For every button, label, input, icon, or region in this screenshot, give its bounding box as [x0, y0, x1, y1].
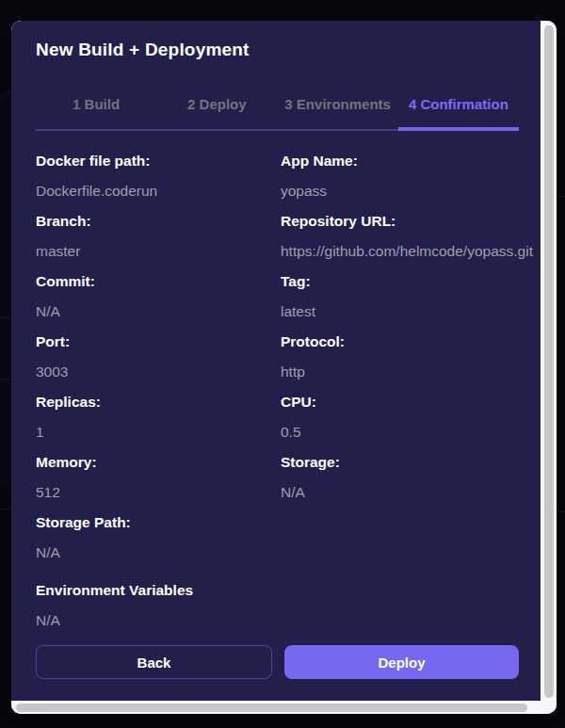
dialog-title: New Build + Deployment: [36, 38, 519, 62]
background-line: [0, 379, 11, 380]
field-label: Repository URL:: [281, 212, 519, 231]
field-label: Replicas:: [36, 393, 281, 412]
field-value: https://github.com/helmcode/yopass.git: [281, 242, 519, 261]
field-tag: Tag: latest: [281, 272, 519, 321]
dialog-actions: Back Deploy: [36, 645, 519, 679]
new-build-deployment-dialog: New Build + Deployment 1 Build 2 Deploy …: [11, 21, 557, 714]
field-value: N/A: [36, 302, 281, 321]
deploy-button[interactable]: Deploy: [284, 645, 519, 679]
horizontal-scrollbar[interactable]: [11, 701, 557, 714]
field-value: 512: [36, 483, 281, 502]
tab-build[interactable]: 1 Build: [36, 94, 156, 131]
field-storage: Storage: N/A: [281, 453, 519, 502]
field-cpu: CPU: 0.5: [281, 393, 519, 442]
field-value: 1: [36, 423, 281, 442]
field-value: 3003: [36, 363, 281, 381]
field-memory: Memory: 512: [36, 453, 281, 502]
field-repository-url: Repository URL: https://github.com/helmc…: [281, 212, 519, 261]
background-line: [557, 196, 565, 197]
vertical-scrollbar-thumb[interactable]: [544, 25, 554, 698]
field-label: Storage Path:: [36, 513, 281, 532]
field-label: Storage:: [281, 453, 519, 472]
field-label: Branch:: [36, 212, 281, 231]
field-value: latest: [281, 302, 519, 321]
vertical-scrollbar[interactable]: [541, 21, 557, 701]
field-label: App Name:: [281, 152, 519, 170]
field-value: Dockerfile.coderun: [36, 182, 281, 201]
field-label: Commit:: [36, 272, 281, 291]
back-button[interactable]: Back: [36, 645, 272, 679]
field-value: N/A: [281, 483, 519, 502]
field-storage-path: Storage Path: N/A: [36, 513, 281, 562]
tab-environments[interactable]: 3 Environments: [278, 94, 398, 131]
field-value: yopass: [281, 182, 519, 201]
background-line: [0, 317, 11, 318]
field-label: Docker file path:: [36, 152, 281, 170]
horizontal-scrollbar-thumb[interactable]: [16, 704, 527, 712]
tab-confirmation[interactable]: 4 Confirmation: [398, 94, 519, 131]
field-value: 0.5: [281, 423, 519, 442]
tab-deploy[interactable]: 2 Deploy: [156, 94, 277, 131]
field-branch: Branch: master: [36, 212, 281, 261]
field-protocol: Protocol: http: [281, 332, 519, 381]
dialog-content: New Build + Deployment 1 Build 2 Deploy …: [11, 21, 541, 701]
field-label: Protocol:: [281, 332, 519, 351]
environment-variables-heading: Environment Variables: [36, 581, 519, 600]
field-replicas: Replicas: 1: [36, 393, 281, 442]
field-value: master: [36, 242, 281, 261]
field-value: N/A: [36, 543, 281, 562]
field-label: Memory:: [36, 453, 281, 472]
field-port: Port: 3003: [36, 332, 281, 381]
environment-variables-value: N/A: [36, 611, 519, 630]
field-label: Tag:: [281, 272, 519, 291]
field-label: CPU:: [281, 393, 519, 412]
background-line: [0, 509, 11, 510]
field-docker-file-path: Docker file path: Dockerfile.coderun: [36, 152, 281, 201]
field-app-name: App Name: yopass: [281, 152, 519, 201]
field-label: Port:: [36, 332, 281, 351]
field-value: http: [281, 363, 519, 381]
background-line: [557, 511, 565, 512]
field-commit: Commit: N/A: [36, 272, 281, 321]
wizard-steps: 1 Build 2 Deploy 3 Environments 4 Confir…: [36, 94, 519, 131]
confirmation-summary: Docker file path: Dockerfile.coderun App…: [36, 152, 519, 562]
